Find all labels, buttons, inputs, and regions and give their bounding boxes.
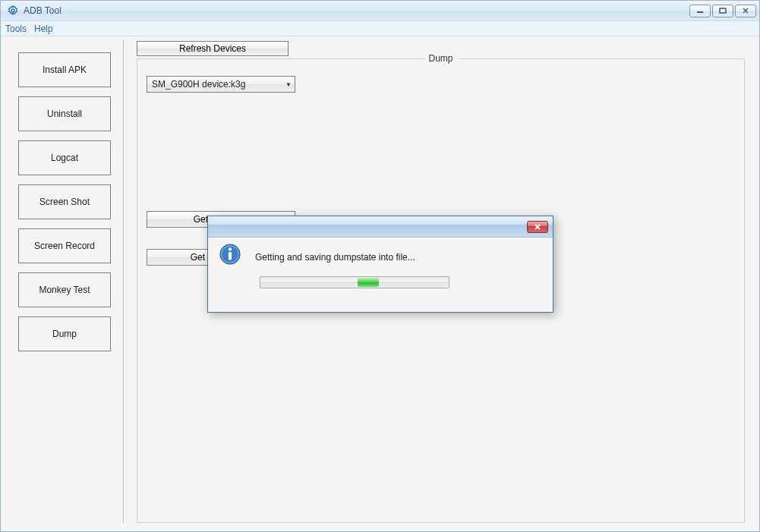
nav-dump[interactable]: Dump [18, 316, 111, 351]
menubar: Tools Help [1, 21, 759, 36]
dialog-close-button[interactable] [527, 221, 548, 233]
progress-dialog: Getting and saving dumpstate into file..… [207, 216, 553, 313]
svg-point-0 [11, 9, 14, 12]
nav-monkeytest[interactable]: Monkey Test [18, 272, 111, 307]
refresh-devices-button[interactable]: Refresh Devices [137, 41, 289, 56]
minimize-button[interactable] [689, 5, 711, 17]
titlebar[interactable]: ADB Tool [1, 1, 759, 21]
dialog-message: Getting and saving dumpstate into file..… [255, 252, 415, 263]
gear-icon [7, 5, 19, 17]
nav-uninstall[interactable]: Uninstall [18, 96, 111, 131]
close-button[interactable] [735, 5, 756, 17]
info-icon [219, 243, 241, 266]
progress-bar-fill [358, 278, 379, 287]
menu-help[interactable]: Help [34, 24, 53, 34]
progress-bar [260, 276, 449, 288]
nav-screenrecord[interactable]: Screen Record [18, 228, 111, 263]
menu-tools[interactable]: Tools [5, 24, 27, 34]
sidebar: Install APK Uninstall Logcat Screen Shot… [2, 37, 123, 530]
nav-screenshot[interactable]: Screen Shot [18, 184, 111, 219]
chevron-down-icon: ▼ [285, 81, 292, 88]
group-legend: Dump [424, 53, 457, 64]
device-dropdown-value: SM_G900H device:k3g [152, 79, 245, 90]
separator [123, 40, 125, 523]
svg-rect-10 [229, 252, 232, 260]
dialog-body: Getting and saving dumpstate into file..… [208, 238, 553, 312]
app-title: ADB Tool [24, 5, 688, 16]
nav-install-apk[interactable]: Install APK [18, 52, 111, 87]
svg-point-9 [229, 247, 232, 250]
nav-logcat[interactable]: Logcat [18, 140, 111, 175]
svg-rect-2 [720, 8, 726, 13]
dialog-titlebar[interactable] [208, 216, 553, 238]
maximize-button[interactable] [712, 5, 733, 17]
device-dropdown[interactable]: SM_G900H device:k3g ▼ [147, 76, 295, 93]
